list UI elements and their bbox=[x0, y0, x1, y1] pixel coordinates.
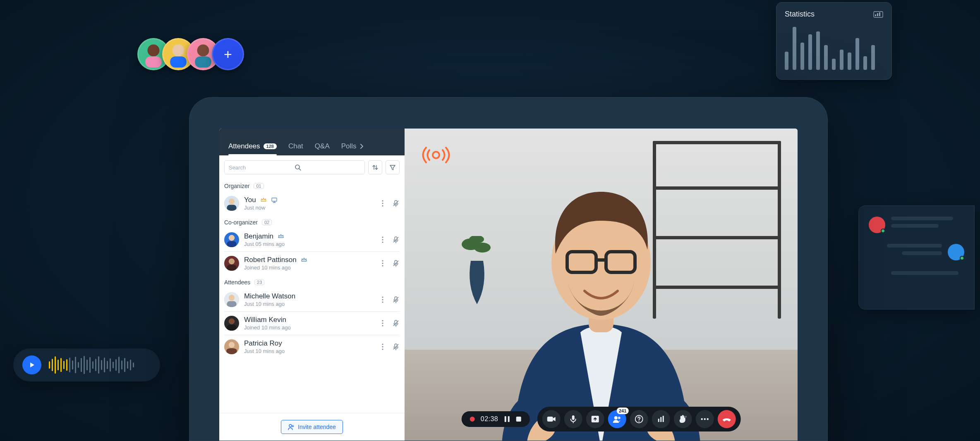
mic-muted-icon[interactable] bbox=[392, 236, 400, 243]
help-button[interactable] bbox=[630, 410, 648, 428]
user-plus-icon bbox=[288, 424, 295, 430]
tab-chat[interactable]: Chat bbox=[288, 137, 303, 155]
section-coorganizer: Co-organizer 02 Benjamin Just 05 mins ag… bbox=[219, 215, 405, 275]
more-options-button[interactable] bbox=[695, 410, 714, 428]
avatar bbox=[948, 244, 964, 260]
sort-button[interactable] bbox=[368, 160, 382, 174]
person-row: Robert Pattinson Joined 10 mins ago bbox=[224, 252, 400, 275]
search-placeholder: Search bbox=[229, 164, 295, 171]
svg-line-11 bbox=[299, 169, 301, 170]
share-screen-button[interactable] bbox=[586, 410, 604, 428]
search-row: Search bbox=[219, 155, 405, 179]
avatar bbox=[224, 316, 239, 331]
crown-icon bbox=[260, 197, 267, 203]
tab-qa[interactable]: Q&A bbox=[315, 137, 330, 155]
chat-message bbox=[869, 271, 964, 275]
svg-rect-79 bbox=[660, 417, 661, 422]
svg-rect-8 bbox=[877, 13, 878, 16]
more-icon[interactable] bbox=[379, 296, 386, 303]
mic-muted-icon[interactable] bbox=[392, 319, 400, 327]
more-icon[interactable] bbox=[379, 260, 386, 267]
tab-polls[interactable]: Polls bbox=[341, 137, 363, 155]
recording-pill: 02:38 bbox=[462, 411, 530, 427]
person-sub: Joined 10 mins ago bbox=[244, 324, 374, 331]
section-count: 02 bbox=[262, 219, 272, 225]
person-row: Benjamin Just 05 mins ago bbox=[224, 228, 400, 252]
svg-line-20 bbox=[393, 201, 398, 206]
tab-attendees[interactable]: Attendees 128 bbox=[228, 137, 277, 155]
add-avatar-button[interactable]: + bbox=[212, 38, 244, 70]
avatar bbox=[224, 339, 239, 354]
svg-rect-37 bbox=[227, 301, 236, 307]
stop-recording-button[interactable] bbox=[515, 416, 521, 422]
chevron-right-icon bbox=[360, 144, 363, 149]
svg-point-21 bbox=[229, 235, 235, 241]
tab-label: Chat bbox=[288, 142, 303, 150]
participants-button[interactable]: 241 bbox=[608, 410, 626, 428]
svg-point-32 bbox=[382, 265, 383, 266]
chat-preview-card bbox=[858, 205, 975, 310]
svg-point-39 bbox=[382, 299, 383, 300]
svg-point-30 bbox=[382, 260, 383, 261]
play-button[interactable] bbox=[22, 355, 41, 374]
svg-point-75 bbox=[618, 417, 620, 419]
svg-point-28 bbox=[229, 258, 235, 264]
statistics-expand-icon[interactable] bbox=[873, 11, 883, 18]
more-icon[interactable] bbox=[379, 200, 386, 207]
invite-label: Invite attendee bbox=[298, 424, 336, 430]
more-icon[interactable] bbox=[379, 236, 386, 243]
camera-button[interactable] bbox=[542, 410, 560, 428]
avatar bbox=[224, 292, 239, 307]
reactions-button[interactable] bbox=[673, 410, 692, 428]
microphone-button[interactable] bbox=[564, 410, 582, 428]
end-call-button[interactable] bbox=[717, 410, 736, 428]
svg-point-23 bbox=[382, 236, 383, 238]
mic-muted-icon[interactable] bbox=[392, 200, 400, 207]
filter-button[interactable] bbox=[386, 160, 400, 174]
app-window: ✕ Attendees 128 Chat Q&A Polls bbox=[219, 129, 798, 441]
mic-muted-icon[interactable] bbox=[392, 296, 400, 303]
svg-rect-3 bbox=[170, 56, 187, 67]
svg-rect-72 bbox=[572, 415, 574, 420]
svg-point-18 bbox=[382, 205, 383, 206]
svg-point-53 bbox=[382, 348, 383, 350]
section-label: Attendees bbox=[224, 279, 250, 286]
svg-point-13 bbox=[229, 198, 235, 204]
svg-rect-69 bbox=[508, 416, 509, 422]
section-attendees: Attendees 23 Michelle Watson Just 10 min… bbox=[219, 275, 405, 358]
svg-rect-5 bbox=[195, 56, 211, 67]
more-icon[interactable] bbox=[379, 343, 386, 350]
svg-point-4 bbox=[197, 45, 209, 57]
section-label: Organizer bbox=[224, 183, 249, 189]
polls-button[interactable] bbox=[652, 410, 670, 428]
pause-recording-button[interactable] bbox=[504, 416, 510, 422]
svg-point-2 bbox=[173, 45, 184, 57]
svg-rect-78 bbox=[658, 419, 659, 422]
search-input[interactable]: Search bbox=[224, 160, 365, 174]
person-row: You Just now bbox=[224, 192, 400, 215]
attendees-sidebar: ✕ Attendees 128 Chat Q&A Polls bbox=[219, 129, 405, 441]
svg-point-38 bbox=[382, 296, 383, 298]
mic-muted-icon[interactable] bbox=[392, 260, 400, 267]
crown-icon bbox=[278, 233, 284, 240]
search-icon bbox=[295, 164, 360, 171]
tablet-frame: ✕ Attendees 128 Chat Q&A Polls bbox=[189, 97, 828, 441]
section-label: Co-organizer bbox=[224, 219, 258, 226]
chat-message bbox=[869, 244, 964, 260]
section-count: 01 bbox=[254, 183, 264, 189]
svg-rect-22 bbox=[227, 241, 236, 247]
invite-attendee-button[interactable]: Invite attendee bbox=[281, 420, 343, 434]
tab-label: Attendees bbox=[228, 142, 260, 150]
mic-muted-icon[interactable] bbox=[392, 343, 400, 350]
tab-count: 128 bbox=[264, 143, 277, 149]
svg-point-24 bbox=[382, 239, 383, 240]
more-icon[interactable] bbox=[379, 319, 386, 327]
statistics-title: Statistics bbox=[785, 10, 815, 19]
person-name: Benjamin bbox=[244, 232, 273, 241]
svg-rect-70 bbox=[516, 417, 521, 422]
person-sub: Joined 10 mins ago bbox=[244, 265, 374, 271]
audio-waveform bbox=[49, 355, 134, 374]
person-name: Robert Pattinson bbox=[244, 256, 297, 264]
record-indicator-icon bbox=[470, 417, 475, 422]
person-row: William Kevin Joined 10 mins ago bbox=[224, 312, 400, 335]
